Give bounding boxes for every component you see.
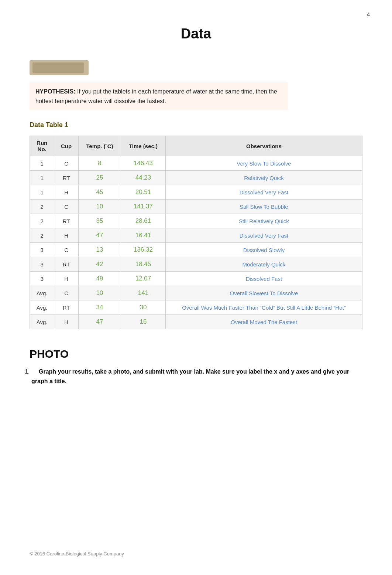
table-cell-obs: Overall Was Much Faster Than “Cold” But … (165, 300, 362, 315)
page-number: 4 (367, 11, 370, 17)
table-cell-run: 3 (30, 243, 54, 257)
col-header-temp: Temp. (˚C) (78, 136, 121, 156)
hypothesis-label: HYPOTHESIS: (35, 88, 75, 95)
table-cell-obs: Moderately Quick (165, 257, 362, 272)
col-header-time: Time (sec.) (121, 136, 166, 156)
table-cell-time: 16 (121, 315, 166, 329)
col-header-obs: Observations (165, 136, 362, 156)
table-cell-run: 3 (30, 272, 54, 286)
table-cell-obs: Still Slow To Bubble (165, 200, 362, 214)
table-cell-time: 141 (121, 286, 166, 300)
col-header-cup: Cup (54, 136, 79, 156)
table-cell-time: 28.61 (121, 214, 166, 228)
table-row: 2RT3528.61Still Relatively Quick (30, 214, 362, 228)
table-cell-obs: Dissolved Fast (165, 272, 362, 286)
table-cell-cup: RT (54, 171, 79, 185)
table-cell-temp: 49 (78, 272, 121, 286)
table-row: 2H4716.41Dissolved Very Fast (30, 228, 362, 243)
table-cell-time: 16.41 (121, 228, 166, 243)
photo-section-title: PHOTO (30, 348, 362, 360)
page-title: Data (30, 26, 362, 42)
table-cell-cup: C (54, 200, 79, 214)
table-cell-temp: 42 (78, 257, 121, 272)
table-cell-obs: Very Slow To Dissolve (165, 156, 362, 171)
table-cell-obs: Overall Slowest To Dissolve (165, 286, 362, 300)
table-cell-obs: Dissolved Slowly (165, 243, 362, 257)
table-cell-time: 12.07 (121, 272, 166, 286)
table-cell-temp: 10 (78, 286, 121, 300)
table-cell-cup: RT (54, 300, 79, 315)
table-cell-obs: Dissolved Very Fast (165, 228, 362, 243)
table-cell-run: Avg. (30, 286, 54, 300)
table-cell-obs: Relatively Quick (165, 171, 362, 185)
table-row: Avg.H4716Overall Moved The Fastest (30, 315, 362, 329)
table-cell-cup: H (54, 272, 79, 286)
table-cell-cup: C (54, 286, 79, 300)
table-row: 1C8146.43Very Slow To Dissolve (30, 156, 362, 171)
footer-copyright: © 2016 Carolina Biological Supply Compan… (30, 551, 124, 557)
table-cell-temp: 10 (78, 200, 121, 214)
table-cell-temp: 45 (78, 185, 121, 200)
table-cell-run: 2 (30, 200, 54, 214)
photo-instruction-list: Graph your results, take a photo, and su… (30, 367, 362, 386)
photo-instruction: Graph your results, take a photo, and su… (31, 368, 349, 384)
table-cell-temp: 34 (78, 300, 121, 315)
table-row: Avg.RT3430Overall Was Much Faster Than “… (30, 300, 362, 315)
table-cell-temp: 8 (78, 156, 121, 171)
table-row: 3C13136.32Dissolved Slowly (30, 243, 362, 257)
table-cell-time: 44.23 (121, 171, 166, 185)
table-cell-temp: 47 (78, 315, 121, 329)
table-cell-time: 30 (121, 300, 166, 315)
table-cell-cup: C (54, 156, 79, 171)
table-cell-time: 18.45 (121, 257, 166, 272)
table-cell-temp: 35 (78, 214, 121, 228)
table-row: 1H4520.51Dissolved Very Fast (30, 185, 362, 200)
table-row: 1RT2544.23Relatively Quick (30, 171, 362, 185)
hypothesis-box: HYPOTHESIS: If you put the tablets in ea… (30, 82, 288, 110)
table-cell-cup: H (54, 315, 79, 329)
table-row: 3RT4218.45Moderately Quick (30, 257, 362, 272)
table-cell-cup: H (54, 228, 79, 243)
table-cell-time: 20.51 (121, 185, 166, 200)
table-cell-time: 146.43 (121, 156, 166, 171)
col-header-run: RunNo. (30, 136, 54, 156)
data-table: RunNo. Cup Temp. (˚C) Time (sec.) Observ… (30, 136, 362, 329)
table-cell-run: Avg. (30, 315, 54, 329)
table-row: 3H4912.07Dissolved Fast (30, 272, 362, 286)
table-row: 2C10141.37Still Slow To Bubble (30, 200, 362, 214)
table-cell-obs: Dissolved Very Fast (165, 185, 362, 200)
data-table-section-title: Data Table 1 (30, 121, 362, 129)
table-cell-time: 141.37 (121, 200, 166, 214)
table-cell-temp: 47 (78, 228, 121, 243)
table-cell-cup: RT (54, 214, 79, 228)
table-cell-run: 1 (30, 171, 54, 185)
table-row: Avg.C10141Overall Slowest To Dissolve (30, 286, 362, 300)
table-cell-cup: C (54, 243, 79, 257)
table-cell-run: 1 (30, 185, 54, 200)
table-cell-run: 1 (30, 156, 54, 171)
table-cell-cup: H (54, 185, 79, 200)
image-placeholder-inner (32, 62, 84, 73)
table-cell-time: 136.32 (121, 243, 166, 257)
table-cell-obs: Still Relatively Quick (165, 214, 362, 228)
table-cell-run: Avg. (30, 300, 54, 315)
image-placeholder (30, 60, 89, 75)
table-cell-run: 2 (30, 214, 54, 228)
table-cell-temp: 25 (78, 171, 121, 185)
table-cell-cup: RT (54, 257, 79, 272)
table-cell-run: 3 (30, 257, 54, 272)
table-cell-run: 2 (30, 228, 54, 243)
table-cell-temp: 13 (78, 243, 121, 257)
table-cell-obs: Overall Moved The Fastest (165, 315, 362, 329)
